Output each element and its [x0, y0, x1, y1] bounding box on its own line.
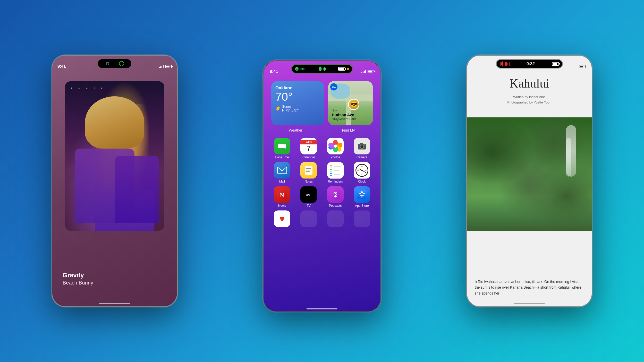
app-mail[interactable]: Mail [271, 162, 293, 183]
rw-4 [504, 63, 504, 65]
article-byline: Written by Isabel Bina Photographed by Y… [475, 94, 584, 105]
artist-name: Beach Bunny [63, 280, 167, 286]
right-battery-top [579, 65, 586, 68]
reminder-dot-2 [330, 169, 332, 172]
song-title: Gravity [63, 272, 167, 279]
left-dynamic-island: 🎵 [98, 59, 131, 68]
app-appstore[interactable]: App Store [351, 186, 373, 208]
waveform [318, 66, 326, 72]
facetime-label: FaceTime [271, 156, 293, 159]
call-timer: 0:00 [300, 67, 305, 71]
center-time: 9:41 [270, 69, 278, 74]
health-icon: ♥ [274, 211, 290, 227]
aerial-gradient [467, 197, 592, 231]
weather-temp: 70° [275, 91, 320, 102]
app-camera[interactable]: Camera [351, 138, 373, 159]
sun-icon: ☀️ [275, 106, 281, 111]
clock-face-wrap [354, 162, 370, 179]
weather-widget[interactable]: Oakland 70° ☀️ Sunny H:75° L:57° [271, 81, 324, 125]
app-clock[interactable]: Clock [351, 162, 373, 183]
widgets-row: Oakland 70° ☀️ Sunny H:75° L:57° [271, 81, 373, 125]
photos-label: Photos [325, 156, 346, 159]
heart-icon: ♥ [279, 213, 285, 224]
battery-fill-left [166, 66, 170, 67]
app-photos[interactable]: Photos [325, 138, 346, 159]
placeholder-3 [354, 211, 370, 227]
svg-rect-12 [306, 171, 310, 172]
waveform-bar-7 [325, 68, 326, 70]
svg-text:N: N [280, 192, 284, 198]
camera-svg [357, 141, 367, 151]
battery-center-top [368, 70, 374, 73]
news-label: News [271, 204, 293, 208]
app-news[interactable]: N News [271, 186, 293, 208]
home-indicator-left [99, 303, 130, 304]
findmy-label: Now Hudson Ave Stuyvesant Falls [332, 109, 356, 121]
notes-icon [300, 162, 317, 179]
right-dynamic-island: 0:32 [496, 59, 563, 68]
weather-city: Oakland [275, 85, 320, 91]
c-sig-4 [365, 70, 366, 73]
left-status-icons [159, 65, 172, 68]
photos-icon [327, 138, 344, 154]
phone-center: 📞 0:00 [263, 60, 381, 312]
signal-bar-3 [162, 66, 162, 68]
rw-2 [501, 62, 502, 65]
reminder-2 [330, 169, 339, 172]
rw-1 [500, 62, 501, 66]
svg-point-7 [364, 144, 365, 145]
waveform-bar-4 [321, 67, 322, 71]
placeholder-1 [300, 211, 317, 227]
widget-labels: Weather Find My [271, 128, 373, 132]
album-artwork [65, 81, 164, 231]
app-calendar[interactable]: WED 7 Calendar [298, 138, 319, 159]
music-info: Gravity Beach Bunny [63, 272, 167, 286]
clock-center-dot [361, 170, 362, 171]
app-facetime[interactable]: FaceTime [271, 138, 293, 159]
news-icon: N [274, 186, 290, 203]
reminders-label: Reminders [325, 180, 346, 183]
cal-date: 7 [307, 144, 310, 152]
reminder-dot-1 [330, 165, 332, 168]
article-body: h Rie Iwahashi arrives at her office, it… [475, 279, 584, 296]
weather-condition: ☀️ Sunny H:75° L:57° [275, 105, 320, 112]
appstore-label: App Store [351, 204, 373, 208]
findmy-badge: 25A [330, 83, 337, 91]
svg-rect-10 [306, 168, 311, 169]
svg-text:⌘: ⌘ [306, 194, 308, 197]
reminders-icon [327, 162, 344, 179]
svg-rect-18 [331, 190, 340, 200]
app-health[interactable]: ♥ [271, 211, 293, 228]
clock-mark-3 [365, 170, 367, 171]
app-placeholder-1 [298, 211, 319, 228]
play-indicator [119, 61, 124, 66]
mail-svg [277, 167, 287, 174]
app-reminders[interactable]: Reminders [325, 162, 346, 183]
mail-icon [274, 162, 290, 179]
app-podcasts[interactable]: Podcasts [325, 186, 346, 208]
app-grid: FaceTime WED 7 Calendar [271, 138, 373, 230]
photos-center [334, 145, 337, 148]
svg-rect-0 [278, 144, 284, 148]
appstore-svg [357, 190, 367, 200]
svg-rect-9 [305, 166, 312, 175]
app-placeholder-2 [325, 211, 346, 228]
waveform-bar-5 [323, 68, 324, 70]
right-status-icons [579, 65, 586, 68]
podcasts-svg [331, 190, 340, 200]
app-placeholder-3 [351, 211, 373, 228]
weather-label: Weather [271, 128, 320, 132]
calendar-label: Calendar [298, 156, 319, 159]
reminders-icon-wrap [327, 162, 344, 179]
app-tv[interactable]: tv ⌘ TV [298, 186, 319, 208]
tv-svg: tv ⌘ [304, 190, 313, 200]
tv-icon: tv ⌘ [300, 186, 317, 203]
svg-point-20 [335, 193, 336, 194]
aerial-photo [467, 117, 592, 231]
byline-photo: Photographed by Yvette Yoon [475, 100, 584, 105]
app-notes[interactable]: Notes [298, 162, 319, 183]
findmy-label-text: Find My [324, 128, 373, 132]
app-row-4: ♥ [271, 211, 373, 228]
findmy-widget[interactable]: 25A 😎 Now Hudson Ave Stuyvesant Falls [328, 81, 373, 125]
clock-mark-12 [361, 166, 362, 167]
